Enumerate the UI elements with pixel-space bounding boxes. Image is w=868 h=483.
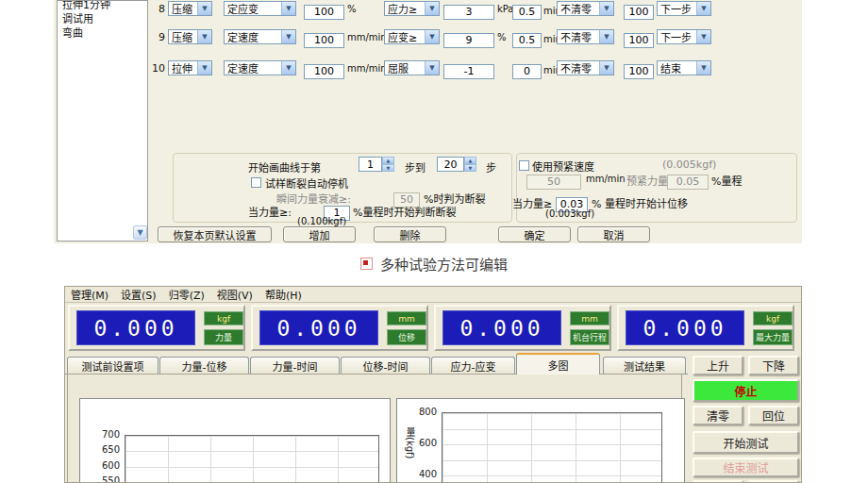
stop-button[interactable]: 停止 xyxy=(693,379,799,402)
step8-next-select[interactable]: 下一步▼ xyxy=(657,1,711,16)
list-item[interactable]: 弯曲 xyxy=(58,26,147,41)
step10-time-input[interactable] xyxy=(512,64,542,79)
step-number: 10 xyxy=(148,62,165,75)
menu-view[interactable]: 视图(V) xyxy=(217,287,253,302)
return-home-button[interactable]: 回位 xyxy=(748,406,799,425)
left-chart-panel: 700 650 600 550 xyxy=(79,398,391,483)
tab-force-time[interactable]: 力量-时间 xyxy=(250,357,340,375)
tab-force-displacement[interactable]: 力量-位移 xyxy=(159,357,249,375)
step9-pct-input[interactable] xyxy=(624,33,654,48)
step10-pct-input[interactable] xyxy=(624,64,654,79)
step9-value-input[interactable] xyxy=(304,33,344,48)
stroke-name-tag: 机台行程 xyxy=(570,329,609,345)
step9-mode-select[interactable]: 压缩▼ xyxy=(168,29,212,44)
add-button[interactable]: 增加 xyxy=(283,226,356,242)
tab-pretest-settings[interactable]: 测试前设置项 xyxy=(67,357,159,375)
step8-cond-value-input[interactable] xyxy=(443,5,494,20)
chevron-down-icon: ▼ xyxy=(197,30,211,43)
step10-clear-select[interactable]: 不清零▼ xyxy=(557,60,614,75)
red-square-bullet-icon xyxy=(360,258,373,270)
caption-text: 多种试验方法可编辑 xyxy=(380,254,508,274)
menu-zero[interactable]: 归零(Z) xyxy=(169,287,205,302)
right-chart-panel: 量(kgf) 800 600 400 xyxy=(396,398,685,483)
preload-force-input xyxy=(667,175,709,190)
step10-cond-select[interactable]: 屈服▼ xyxy=(384,60,440,75)
step9-clear-select[interactable]: 不清零▼ xyxy=(557,29,614,44)
method-listbox[interactable]: 拉伸1分钟 调试用 弯曲 xyxy=(57,0,148,242)
spinner-up-icon[interactable]: ▲ xyxy=(464,157,476,164)
step8-value-input[interactable] xyxy=(304,5,344,20)
step8-control-select[interactable]: 定应变▼ xyxy=(224,1,296,16)
up-button[interactable]: 上升 xyxy=(693,356,743,375)
step10-next-select[interactable]: 结束▼ xyxy=(657,60,711,75)
force-note-label: (0.100kgf) xyxy=(297,216,346,226)
step9-control-select[interactable]: 定速度▼ xyxy=(224,29,296,44)
step10-control-select[interactable]: 定速度▼ xyxy=(224,60,296,75)
tab-multi-chart[interactable]: 多图 xyxy=(516,353,600,375)
curve-to-spinner[interactable]: ▲▼ xyxy=(437,157,476,172)
list-item[interactable]: 拉伸1分钟 xyxy=(58,0,147,12)
left-chart-plot xyxy=(125,435,379,483)
page: 拉伸1分钟 调试用 弯曲 ▼ 8 压缩▼ 定应变▼ % 应力≥▼ kPa min… xyxy=(0,0,868,483)
scroll-down-button[interactable]: ▼ xyxy=(133,225,147,240)
y-tick: 650 xyxy=(95,444,120,455)
test-machine-app-window: 管理(M) 设置(S) 归零(Z) 视图(V) 帮助(H) 0.000 kgf … xyxy=(64,286,802,483)
cancel-button[interactable]: 取消 xyxy=(577,226,650,242)
step9-time-input[interactable] xyxy=(512,33,542,48)
step8-cond-select[interactable]: 应力≥▼ xyxy=(384,1,440,16)
start-test-button[interactable]: 开始测试 xyxy=(693,431,799,454)
curve-from-spinner[interactable]: ▲▼ xyxy=(359,157,394,172)
step10-value-input[interactable] xyxy=(304,64,344,79)
tab-stress-strain[interactable]: 应力-应变 xyxy=(431,357,515,375)
ok-button[interactable]: 确定 xyxy=(498,226,571,242)
preload-speed-input xyxy=(526,175,581,190)
y-tick: 400 xyxy=(412,469,437,479)
curve-from-input[interactable] xyxy=(359,157,382,172)
chevron-down-icon: ▼ xyxy=(599,61,613,75)
chevron-down-icon: ▼ xyxy=(599,30,613,43)
tab-test-results[interactable]: 测试结果 xyxy=(603,357,686,375)
spinner-up-icon[interactable]: ▲ xyxy=(382,157,394,164)
step9-cond-select[interactable]: 应变≥▼ xyxy=(384,29,440,44)
select-value: 不清零 xyxy=(558,1,592,16)
step8-time-input[interactable] xyxy=(512,5,542,20)
select-value: 结束 xyxy=(658,60,681,75)
step8-mode-select[interactable]: 压缩▼ xyxy=(168,1,212,16)
restore-defaults-button[interactable]: 恢复本页默认设置 xyxy=(158,226,272,242)
step9-next-select[interactable]: 下一步▼ xyxy=(657,29,711,44)
menu-manage[interactable]: 管理(M) xyxy=(71,287,108,302)
chevron-down-icon: ▼ xyxy=(696,2,710,15)
curve-to-input[interactable] xyxy=(437,157,464,172)
menu-help[interactable]: 帮助(H) xyxy=(265,287,302,302)
chevron-down-icon: ▼ xyxy=(281,2,295,15)
step8-clear-select[interactable]: 不清零▼ xyxy=(557,1,614,16)
select-value: 定速度 xyxy=(225,60,259,75)
force-lcd: 0.000 xyxy=(76,310,195,345)
spinner-down-icon[interactable]: ▼ xyxy=(464,164,476,172)
chevron-down-icon: ▼ xyxy=(197,61,211,75)
tab-displacement-time[interactable]: 位移-时间 xyxy=(341,357,430,375)
auto-stop-checkbox[interactable] xyxy=(251,177,261,188)
step9-cond-value-input[interactable] xyxy=(443,33,494,48)
list-item[interactable]: 调试用 xyxy=(58,12,147,26)
down-button[interactable]: 下降 xyxy=(748,356,799,375)
use-preload-speed-checkbox[interactable] xyxy=(519,160,529,171)
step10-cond-value-input[interactable] xyxy=(443,64,494,79)
chevron-down-icon: ▼ xyxy=(696,30,710,43)
delete-button[interactable]: 删除 xyxy=(374,226,446,242)
chevron-down-icon: ▼ xyxy=(425,30,439,43)
step-number: 8 xyxy=(148,3,165,15)
spinner-down-icon[interactable]: ▼ xyxy=(382,164,394,172)
chevron-down-icon: ▼ xyxy=(425,61,439,75)
step10-mode-select[interactable]: 拉伸▼ xyxy=(168,60,212,75)
chevron-down-icon: ▼ xyxy=(281,30,295,43)
y-tick: 800 xyxy=(412,407,437,417)
step8-pct-input[interactable] xyxy=(624,5,654,20)
spinner-arrows[interactable]: ▲▼ xyxy=(382,157,394,172)
clear-zero-button[interactable]: 清零 xyxy=(693,406,743,425)
spinner-arrows[interactable]: ▲▼ xyxy=(464,157,476,172)
max-force-display-panel: 0.000 kgf 最大力量 xyxy=(617,305,794,351)
menu-settings[interactable]: 设置(S) xyxy=(121,287,157,302)
unit-label: % xyxy=(347,4,357,14)
force-name-tag: 力量 xyxy=(204,329,243,345)
